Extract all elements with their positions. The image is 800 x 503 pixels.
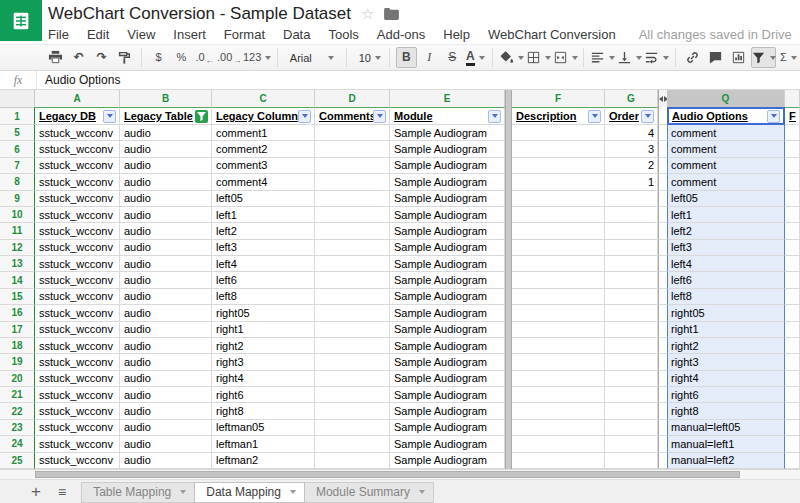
cell-F7[interactable]	[512, 158, 605, 174]
cell-A1[interactable]: Legacy DB	[35, 107, 120, 125]
cell-A20[interactable]: sstuck_wcconv	[35, 371, 120, 387]
cell-C12[interactable]: left3	[212, 240, 315, 256]
cell-E18[interactable]: Sample Audiogram	[390, 338, 505, 354]
cell-C14[interactable]: left6	[212, 272, 315, 288]
cell-G6[interactable]: 3	[605, 141, 658, 157]
cell-F20[interactable]	[512, 371, 605, 387]
cell-R8[interactable]	[785, 174, 800, 190]
row-header-16[interactable]: 16	[0, 305, 35, 321]
cell-E5[interactable]: Sample Audiogram	[390, 125, 505, 141]
cell-G1[interactable]: Order	[605, 107, 658, 125]
cell-D13[interactable]	[315, 256, 390, 272]
column-header-F[interactable]: F	[512, 90, 605, 107]
cell-R1[interactable]: Fi	[785, 107, 800, 125]
cell-D6[interactable]	[315, 141, 390, 157]
cell-R15[interactable]	[785, 289, 800, 305]
row-header-10[interactable]: 10	[0, 207, 35, 223]
row-header-7[interactable]: 7	[0, 158, 35, 174]
cell-Q15[interactable]: left8	[667, 289, 785, 305]
filter-dropdown-icon[interactable]	[588, 110, 601, 123]
merge-cells-button[interactable]	[553, 47, 578, 68]
cell-D11[interactable]	[315, 223, 390, 239]
cell-D14[interactable]	[315, 272, 390, 288]
cell-E16[interactable]: Sample Audiogram	[390, 305, 505, 321]
cell-R10[interactable]	[785, 207, 800, 223]
cell-Q14[interactable]: left6	[667, 272, 785, 288]
cell-F24[interactable]	[512, 436, 605, 452]
cell-E23[interactable]: Sample Audiogram	[390, 420, 505, 436]
cell-A11[interactable]: sstuck_wcconv	[35, 223, 120, 239]
active-filter-icon[interactable]	[195, 110, 208, 123]
cell-G9[interactable]	[605, 191, 658, 207]
cell-F14[interactable]	[512, 272, 605, 288]
cell-A23[interactable]: sstuck_wcconv	[35, 420, 120, 436]
cell-Q9[interactable]: left05	[667, 191, 785, 207]
cell-A7[interactable]: sstuck_wcconv	[35, 158, 120, 174]
text-wrap-button[interactable]	[644, 47, 669, 68]
cell-Q11[interactable]: left2	[667, 223, 785, 239]
cell-Q7[interactable]: comment	[667, 158, 785, 174]
cell-F12[interactable]	[512, 240, 605, 256]
cell-E12[interactable]: Sample Audiogram	[390, 240, 505, 256]
cell-C10[interactable]: left1	[212, 207, 315, 223]
cell-F23[interactable]	[512, 420, 605, 436]
cell-Q1[interactable]: Audio Options	[667, 107, 785, 125]
cell-E14[interactable]: Sample Audiogram	[390, 272, 505, 288]
cell-B19[interactable]: audio	[120, 354, 212, 370]
sheet-tab-menu-icon[interactable]	[290, 490, 296, 494]
cell-F1[interactable]: Description	[512, 107, 605, 125]
cell-F19[interactable]	[512, 354, 605, 370]
cell-Q12[interactable]: left3	[667, 240, 785, 256]
cell-Q24[interactable]: manual=left1	[667, 436, 785, 452]
menu-add-ons[interactable]: Add-ons	[368, 27, 434, 42]
cell-G21[interactable]	[605, 387, 658, 403]
cell-E7[interactable]: Sample Audiogram	[390, 158, 505, 174]
number-format-button[interactable]: 123	[243, 47, 270, 68]
filter-dropdown-icon[interactable]	[298, 110, 311, 123]
cell-R5[interactable]	[785, 125, 800, 141]
column-header-G[interactable]: G	[605, 90, 658, 107]
sheet-tab-menu-icon[interactable]	[419, 490, 425, 494]
frozen-pane-divider[interactable]	[505, 125, 512, 141]
grid-corner[interactable]	[0, 90, 35, 107]
insert-link-button[interactable]	[682, 47, 703, 68]
cell-Q10[interactable]: left1	[667, 207, 785, 223]
cell-G16[interactable]	[605, 305, 658, 321]
cell-A9[interactable]: sstuck_wcconv	[35, 191, 120, 207]
cell-A5[interactable]: sstuck_wcconv	[35, 125, 120, 141]
cell-E21[interactable]: Sample Audiogram	[390, 387, 505, 403]
cell-C15[interactable]: left8	[212, 289, 315, 305]
filter-dropdown-icon[interactable]	[103, 110, 116, 123]
cell-C9[interactable]: left05	[212, 191, 315, 207]
cell-B25[interactable]: audio	[120, 453, 212, 469]
cell-D10[interactable]	[315, 207, 390, 223]
cell-C23[interactable]: leftman05	[212, 420, 315, 436]
column-header-D[interactable]: D	[315, 90, 390, 107]
horizontal-scrollbar[interactable]	[0, 469, 800, 479]
row-header-6[interactable]: 6	[0, 141, 35, 157]
row-header-15[interactable]: 15	[0, 289, 35, 305]
text-color-button[interactable]: A	[465, 47, 486, 68]
cell-B1[interactable]: Legacy Table	[120, 107, 212, 125]
cell-B9[interactable]: audio	[120, 191, 212, 207]
cell-E8[interactable]: Sample Audiogram	[390, 174, 505, 190]
menu-tools[interactable]: Tools	[319, 27, 367, 42]
cell-G5[interactable]: 4	[605, 125, 658, 141]
cell-F13[interactable]	[512, 256, 605, 272]
cell-D1[interactable]: Comments	[315, 107, 390, 125]
cell-G7[interactable]: 2	[605, 158, 658, 174]
cell-B10[interactable]: audio	[120, 207, 212, 223]
cell-R19[interactable]	[785, 354, 800, 370]
row-header-1[interactable]: 1	[0, 107, 35, 125]
cell-Q17[interactable]: right1	[667, 322, 785, 338]
frozen-pane-divider[interactable]	[505, 387, 512, 403]
cell-C24[interactable]: leftman1	[212, 436, 315, 452]
cell-R17[interactable]	[785, 322, 800, 338]
cell-G14[interactable]	[605, 272, 658, 288]
filter-dropdown-icon[interactable]	[488, 110, 501, 123]
cell-A6[interactable]: sstuck_wcconv	[35, 141, 120, 157]
cell-Q13[interactable]: left4	[667, 256, 785, 272]
cell-A14[interactable]: sstuck_wcconv	[35, 272, 120, 288]
cell-G13[interactable]	[605, 256, 658, 272]
menu-data[interactable]: Data	[274, 27, 319, 42]
